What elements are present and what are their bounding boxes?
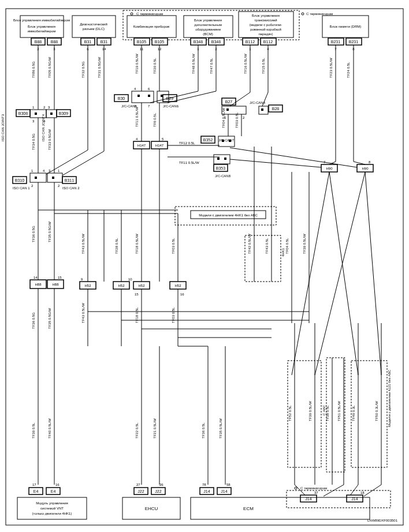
conn-B231: B231 B231 <box>328 38 362 45</box>
svg-text:4HK1: 4HK1 <box>281 248 285 257</box>
svg-text:B348: B348 <box>211 40 221 44</box>
svg-text:4: 4 <box>136 137 138 141</box>
svg-text:TF31 0.5G/W: TF31 0.5G/W <box>98 57 101 78</box>
svg-text:TF04 0.5L: TF04 0.5L <box>285 238 289 254</box>
svg-text:B31: B31 <box>101 40 108 44</box>
svg-text:B31: B31 <box>84 40 92 44</box>
svg-text:Модели с двигателем 4JJ1 без А: Модели с двигателем 4JJ1 без АБС <box>388 369 391 427</box>
conn-E4: E4 E4 1716 <box>29 483 60 494</box>
svg-text:E4: E4 <box>34 489 39 493</box>
svg-text:ECM: ECM <box>243 506 254 511</box>
conn-B112: B112 B112 <box>243 38 276 45</box>
topbox-kombi: Комбинация приборов <box>127 16 176 38</box>
svg-text:H90: H90 <box>362 167 369 170</box>
svg-text:рованной коробкой: рованной коробкой <box>250 28 281 31</box>
svg-text:Блок управления: Блок управления <box>252 14 280 17</box>
svg-text:TF20 0.5L: TF20 0.5L <box>153 58 157 74</box>
svg-rect-5 <box>72 16 116 38</box>
svg-text:B88: B88 <box>35 40 42 44</box>
bottombox-ecm: ECM <box>191 497 370 519</box>
svg-text:Модуль управления: Модуль управления <box>36 501 68 505</box>
svg-text:TF40 0.5L/W: TF40 0.5L/W <box>48 418 51 439</box>
svg-rect-188 <box>229 140 231 142</box>
svg-text:С терминатором: С терминатором <box>306 12 333 16</box>
svg-text:TF23 0.5L/W: TF23 0.5L/W <box>329 58 333 78</box>
svg-text:B112: B112 <box>263 40 273 44</box>
svg-text:Блок управления: Блок управления <box>194 18 222 22</box>
svg-text:TF6 0.5L: TF6 0.5L <box>153 113 157 127</box>
jc-can7: B352 J/C-CAN7 <box>201 136 235 147</box>
svg-rect-160 <box>222 106 246 114</box>
conn-J14: J14 J14 7858 J14 J14 3718 <box>200 483 365 502</box>
svg-text:B105: B105 <box>155 40 164 44</box>
svg-text:TF03 0.5L: TF03 0.5L <box>172 238 175 254</box>
svg-text:(только двигатели 4HK1): (только двигатели 4HK1) <box>32 512 72 515</box>
svg-text:1: 1 <box>58 169 60 173</box>
svg-text:дополнительным: дополнительным <box>194 23 222 27</box>
svg-text:B310: B310 <box>15 178 24 182</box>
svg-text:TF39 0.5L/W: TF39 0.5L/W <box>303 234 306 254</box>
svg-rect-262 <box>351 361 387 467</box>
svg-text:TF36 0.5L: TF36 0.5L <box>202 422 205 439</box>
svg-text:7: 7 <box>148 104 150 108</box>
conn-B348: B348 B348 <box>191 38 224 45</box>
svg-text:15: 15 <box>58 276 62 279</box>
conn-J22: J22 J22 2726 <box>134 483 165 494</box>
svg-text:H52: H52 <box>118 284 125 287</box>
svg-text:18: 18 <box>360 491 365 494</box>
svg-text:TF04 0.5L/W: TF04 0.5L/W <box>222 108 225 128</box>
svg-text:иммобилайзером: иммобилайзером <box>28 29 56 33</box>
svg-rect-198 <box>224 158 226 160</box>
svg-text:TF05 0.5G/W: TF05 0.5G/W <box>48 57 51 78</box>
svg-text:J14: J14 <box>203 489 210 493</box>
svg-text:TF43 0.5L/W: TF43 0.5L/W <box>81 234 85 254</box>
svg-text:B352: B352 <box>203 138 213 142</box>
svg-text:Диагностический: Диагностический <box>80 23 107 26</box>
svg-text:TF03 0.5L: TF03 0.5L <box>235 112 239 128</box>
bottombox-ehcu: EHCU <box>122 497 180 519</box>
svg-text:EHCU: EHCU <box>145 506 158 511</box>
svg-text:J/C-CAN7: J/C-CAN7 <box>218 138 235 142</box>
iso-can-joint4: B309 ISO CAN JOINT4 3 <box>42 106 70 141</box>
svg-text:H52: H52 <box>138 284 145 287</box>
svg-text:Блок управления иммобилайзером: Блок управления иммобилайзером <box>13 18 70 22</box>
svg-text:TF15 0.5L: TF15 0.5L <box>262 58 265 74</box>
svg-line-108 <box>62 151 104 175</box>
svg-rect-326 <box>191 497 370 519</box>
svg-line-207 <box>230 159 321 167</box>
svg-text:H52: H52 <box>84 284 91 287</box>
svg-text:TF19 0.5L/W: TF19 0.5L/W <box>135 54 139 74</box>
conn-B88: B88 B88 <box>31 38 61 45</box>
conn-B31: B31 B31 <box>81 38 111 45</box>
svg-text:передач): передач) <box>259 32 273 36</box>
svg-text:TF12 0.5L: TF12 0.5L <box>179 141 195 145</box>
svg-text:16: 16 <box>55 483 60 486</box>
svg-text:58: 58 <box>226 483 230 486</box>
svg-text:B28: B28 <box>272 107 280 111</box>
svg-text:трансмиссией: трансмиссией <box>254 18 277 22</box>
svg-text:H90: H90 <box>326 167 333 170</box>
svg-text:ISO CAN 2: ISO CAN 2 <box>62 186 80 190</box>
svg-text:TF21 0.5L/W: TF21 0.5L/W <box>153 418 157 439</box>
conn-B105: B105 B105 <box>134 38 168 45</box>
svg-rect-163 <box>261 108 263 111</box>
svg-text:2: 2 <box>243 116 245 119</box>
jc-can8: B353 J/C-CAN8 <box>214 155 231 178</box>
svg-text:B311: B311 <box>65 178 74 182</box>
svg-text:14: 14 <box>34 276 38 279</box>
svg-text:26: 26 <box>159 483 163 486</box>
svg-text:H147: H147 <box>155 144 164 147</box>
svg-text:B105: B105 <box>137 40 146 44</box>
svg-text:TF18 0.5L/W: TF18 0.5L/W <box>135 234 139 254</box>
svg-text:TF38 0.5L: TF38 0.5L <box>326 405 329 421</box>
svg-text:TF86 0.5G: TF86 0.5G <box>32 61 35 78</box>
svg-text:H88: H88 <box>52 283 59 286</box>
topbox-razem: Диагностический разъем (DLC) <box>72 16 116 38</box>
svg-text:TF48 0.5L/W: TF48 0.5L/W <box>192 54 195 74</box>
svg-text:TF51 0.5L/W: TF51 0.5L/W <box>337 401 341 421</box>
svg-text:TF43 0.5L/W: TF43 0.5L/W <box>81 303 85 323</box>
svg-text:оборудованием: оборудованием <box>195 28 221 31</box>
svg-text:разъем (DLC): разъем (DLC) <box>83 27 105 31</box>
svg-text:TF39 0.5L: TF39 0.5L <box>32 422 35 439</box>
svg-text:16: 16 <box>180 293 184 296</box>
